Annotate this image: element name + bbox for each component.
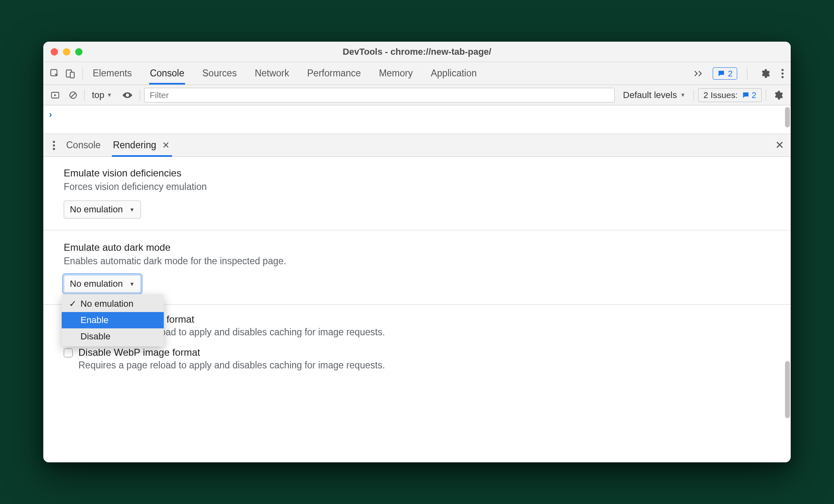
svg-point-5	[781, 76, 783, 78]
toggle-sidebar-icon[interactable]	[48, 88, 62, 102]
darkmode-dropdown: ✓ No emulation Enable Disable	[62, 294, 164, 346]
option-label: Enable	[80, 315, 109, 326]
svg-point-9	[53, 144, 55, 146]
webp-checkbox[interactable]	[64, 348, 73, 357]
divider	[83, 67, 83, 80]
issues-count: 2	[751, 90, 756, 100]
divider	[84, 89, 85, 101]
devtools-window: DevTools - chrome://new-tab-page/ Elemen…	[43, 42, 791, 462]
drawer-tab-rendering[interactable]: Rendering ✕	[112, 135, 172, 157]
log-levels-label: Default levels	[623, 90, 677, 100]
svg-point-8	[53, 140, 55, 143]
issues-button[interactable]: 2 Issues: 2	[698, 88, 762, 102]
divider	[766, 89, 766, 101]
console-settings-icon[interactable]	[770, 90, 786, 100]
darkmode-select[interactable]: No emulation ▼ ✓ No emulation Enable	[64, 275, 141, 293]
filter-input[interactable]	[144, 88, 615, 103]
tab-memory[interactable]: Memory	[378, 64, 414, 83]
svg-point-10	[53, 148, 55, 150]
drawer-more-icon[interactable]	[48, 140, 60, 151]
divider	[747, 67, 747, 80]
svg-point-3	[781, 69, 783, 71]
drawer-tabs: Console Rendering ✕	[65, 135, 172, 155]
scrollbar-thumb[interactable]	[785, 361, 790, 418]
svg-point-4	[781, 72, 783, 74]
check-icon: ✓	[69, 299, 76, 309]
option-label: No emulation	[80, 299, 134, 309]
darkmode-option-no-emulation[interactable]: ✓ No emulation	[62, 296, 164, 312]
dark-mode-block: Emulate auto dark mode Enables automatic…	[64, 242, 770, 293]
darkmode-option-enable[interactable]: Enable	[62, 312, 164, 328]
rendering-panel: Emulate vision deficiencies Forces visio…	[43, 157, 791, 462]
drawer-tabbar: Console Rendering ✕ ✕	[43, 134, 791, 157]
close-icon[interactable]: ✕	[161, 140, 171, 151]
vision-deficiency-block: Emulate vision deficiencies Forces visio…	[64, 157, 770, 219]
main-tabs: Elements Console Sources Network Perform…	[92, 64, 477, 83]
close-drawer-icon[interactable]: ✕	[774, 139, 786, 151]
inspect-element-icon[interactable]	[47, 66, 62, 81]
tab-elements[interactable]: Elements	[92, 64, 133, 83]
chevron-down-icon: ▼	[680, 92, 685, 98]
prompt-caret-icon: ›	[49, 109, 52, 120]
darkmode-title: Emulate auto dark mode	[64, 242, 770, 253]
webp-row: Disable WebP image format Requires a pag…	[64, 347, 770, 371]
window-title: DevTools - chrome://new-tab-page/	[43, 47, 791, 57]
option-label: Disable	[80, 331, 110, 342]
chevron-down-icon: ▼	[129, 207, 135, 213]
svg-rect-2	[70, 72, 74, 78]
tab-console[interactable]: Console	[149, 64, 185, 85]
more-options-icon[interactable]	[778, 68, 787, 79]
settings-icon[interactable]	[757, 68, 773, 79]
console-body[interactable]: ›	[43, 105, 791, 134]
context-label: top	[92, 90, 105, 100]
vision-sub: Forces vision deficiency emulation	[64, 181, 770, 192]
drawer-right: ✕	[774, 139, 786, 152]
webp-sub: Requires a page reload to apply and disa…	[78, 360, 385, 371]
darkmode-sub: Enables automatic dark mode for the insp…	[64, 256, 770, 267]
device-toolbar-icon[interactable]	[63, 66, 78, 81]
tabstrip-right: 2	[691, 67, 787, 80]
main-tabstrip: Elements Console Sources Network Perform…	[43, 62, 791, 85]
tab-sources[interactable]: Sources	[201, 64, 237, 83]
console-toolbar: top ▼ Default levels ▼ 2 Issues: 2	[43, 85, 791, 105]
darkmode-option-disable[interactable]: Disable	[62, 328, 164, 345]
log-levels-selector[interactable]: Default levels ▼	[619, 90, 689, 100]
chevron-down-icon: ▼	[107, 92, 112, 98]
scrollbar-thumb[interactable]	[785, 107, 790, 127]
titlebar: DevTools - chrome://new-tab-page/	[43, 42, 791, 62]
vision-select[interactable]: No emulation ▼	[64, 201, 141, 219]
divider	[43, 230, 791, 230]
drawer-tab-console[interactable]: Console	[65, 135, 101, 155]
chevron-down-icon: ▼	[129, 281, 135, 287]
darkmode-select-value: No emulation	[70, 279, 123, 289]
vision-title: Emulate vision deficiencies	[64, 167, 770, 179]
issues-label: 2 Issues:	[703, 90, 738, 100]
avif-row: Disable AVIF image format Requires a pag…	[64, 314, 770, 338]
tab-application[interactable]: Application	[430, 64, 478, 83]
webp-title: Disable WebP image format	[78, 347, 385, 358]
drawer-tab-label: Rendering	[113, 140, 156, 151]
clear-console-icon[interactable]	[66, 88, 80, 102]
divider	[140, 89, 140, 101]
messages-count: 2	[728, 69, 733, 78]
context-selector[interactable]: top ▼	[89, 89, 115, 101]
drawer-tab-label: Console	[66, 140, 100, 151]
divider	[694, 89, 694, 101]
tab-network[interactable]: Network	[254, 64, 290, 83]
live-expression-icon[interactable]	[119, 91, 136, 99]
vision-select-value: No emulation	[70, 204, 123, 215]
more-tabs-icon[interactable]	[691, 69, 707, 78]
tab-performance[interactable]: Performance	[306, 64, 362, 83]
issues-chip: 2	[742, 90, 756, 100]
messages-badge[interactable]: 2	[713, 67, 737, 80]
